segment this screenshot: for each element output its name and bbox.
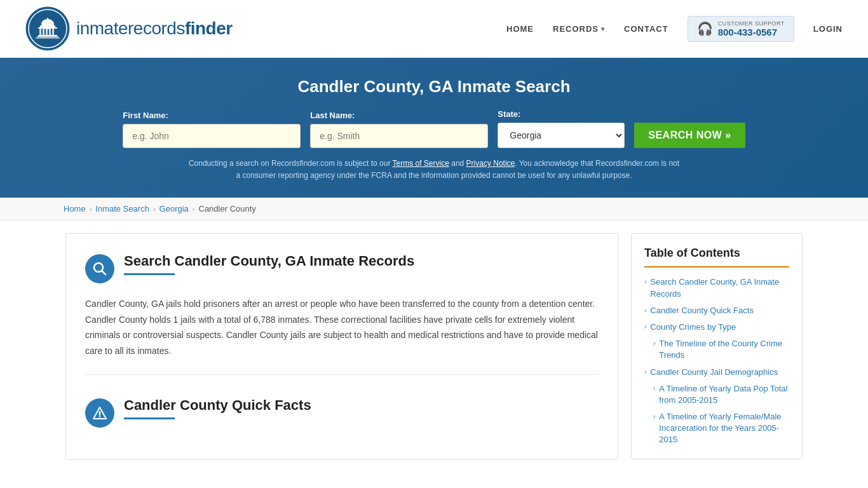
last-name-group: Last Name: (310, 111, 488, 148)
section1-title-block: Search Candler County, GA Inmate Records (124, 253, 414, 275)
svg-rect-3 (43, 24, 52, 25)
search-now-button[interactable]: SEARCH NOW » (634, 123, 745, 148)
state-group: State: Georgia Alabama Alaska Arizona Fl… (498, 109, 625, 148)
svg-rect-5 (38, 27, 57, 29)
section1-body: Candler County, GA jails hold prisoners … (85, 296, 599, 358)
breadcrumb-current: Candler County (199, 204, 256, 214)
svg-rect-13 (37, 36, 58, 37)
search-section-icon (85, 254, 114, 283)
breadcrumb-inmate-search[interactable]: Inmate Search (95, 204, 149, 214)
last-name-label: Last Name: (310, 111, 488, 120)
svg-rect-12 (47, 18, 48, 24)
section2-title-block: Candler County Quick Facts (124, 397, 311, 419)
toc-underline (644, 266, 789, 268)
main-content: Search Candler County, GA Inmate Records… (53, 233, 815, 460)
site-header: inmaterecordsfinder HOME RECORDS ▾ CONTA… (0, 0, 868, 58)
svg-rect-6 (39, 29, 41, 35)
toc-item-5: › A Timeline of Yearly Data Pop Total fr… (653, 383, 789, 406)
toc-title: Table of Contents (644, 247, 789, 260)
toc-link-1[interactable]: Candler County Quick Facts (650, 305, 754, 316)
first-name-input[interactable] (123, 124, 301, 148)
toc-list: › Search Candler County, GA Inmate Recor… (644, 276, 789, 445)
toc-item-0: › Search Candler County, GA Inmate Recor… (644, 276, 789, 299)
records-chevron-icon: ▾ (601, 25, 605, 32)
main-nav: HOME RECORDS ▾ CONTACT 🎧 CUSTOMER SUPPOR… (506, 16, 843, 42)
banner-title: Candler County, GA Inmate Search (25, 77, 843, 97)
toc-link-0[interactable]: Search Candler County, GA Inmate Records (650, 276, 789, 299)
info-section-icon (85, 398, 114, 428)
support-text: CUSTOMER SUPPORT 800-433-0567 (718, 20, 785, 37)
svg-rect-10 (52, 29, 54, 35)
toc-chevron-icon-4: › (644, 369, 646, 376)
breadcrumb-home[interactable]: Home (64, 204, 86, 214)
section-divider (85, 374, 599, 375)
warning-icon (93, 406, 107, 420)
svg-rect-7 (43, 29, 44, 35)
breadcrumb-sep-2: › (153, 205, 156, 213)
customer-support-box: 🎧 CUSTOMER SUPPORT 800-433-0567 (688, 16, 794, 42)
logo-area: inmaterecordsfinder (25, 6, 233, 51)
sidebar: Table of Contents › Search Candler Count… (631, 233, 803, 459)
toc-chevron-icon-6: › (653, 413, 655, 420)
privacy-link[interactable]: Privacy Notice (466, 159, 515, 168)
section1-title: Search Candler County, GA Inmate Records (124, 253, 414, 269)
state-label: State: (498, 109, 625, 119)
nav-records[interactable]: RECORDS ▾ (553, 24, 605, 34)
content-area: Search Candler County, GA Inmate Records… (65, 233, 618, 460)
state-select[interactable]: Georgia Alabama Alaska Arizona Florida N… (498, 123, 625, 148)
toc-item-3: › The Timeline of the County Crime Trend… (653, 338, 789, 361)
toc-chevron-icon-2: › (644, 323, 646, 330)
logo-text: inmaterecordsfinder (76, 18, 233, 39)
toc-chevron-icon-3: › (653, 340, 655, 347)
svg-line-16 (102, 271, 106, 275)
section2-header: Candler County Quick Facts (85, 397, 599, 428)
toc-chevron-icon-1: › (644, 307, 646, 314)
toc-link-5[interactable]: A Timeline of Yearly Data Pop Total from… (659, 383, 789, 406)
search-icon (93, 262, 107, 276)
section2-title: Candler County Quick Facts (124, 397, 311, 414)
section1-header: Search Candler County, GA Inmate Records (85, 253, 599, 283)
nav-contact[interactable]: CONTACT (624, 24, 668, 34)
svg-rect-9 (49, 29, 51, 35)
section1-underline (124, 273, 175, 275)
toc-item-1: › Candler County Quick Facts (644, 305, 789, 316)
toc-link-2[interactable]: County Crimes by Type (650, 322, 736, 333)
first-name-group: First Name: (123, 111, 301, 148)
toc-chevron-icon-5: › (653, 385, 655, 392)
breadcrumb-sep-3: › (193, 205, 195, 213)
svg-rect-11 (38, 35, 57, 36)
breadcrumb: Home › Inmate Search › Georgia › Candler… (0, 198, 868, 220)
tos-link[interactable]: Terms of Service (393, 159, 449, 168)
first-name-label: First Name: (123, 111, 301, 120)
svg-rect-14 (36, 37, 60, 39)
breadcrumb-sep-1: › (90, 205, 92, 213)
section2: Candler County Quick Facts (85, 391, 599, 428)
disclaimer-text: Conducting a search on Recordsfinder.com… (186, 158, 682, 182)
section2-underline (124, 417, 175, 419)
headset-icon: 🎧 (697, 21, 713, 36)
toc-item-6: › A Timeline of Yearly Female/Male Incar… (653, 411, 789, 446)
logo-icon (25, 6, 70, 51)
svg-rect-4 (40, 25, 55, 27)
toc-link-4[interactable]: Candler County Jail Demographics (650, 367, 778, 378)
toc-item-2: › County Crimes by Type (644, 322, 789, 333)
last-name-input[interactable] (310, 124, 488, 148)
toc-link-3[interactable]: The Timeline of the County Crime Trends (659, 338, 789, 361)
toc-item-4: › Candler County Jail Demographics (644, 367, 789, 378)
svg-point-19 (99, 416, 100, 417)
breadcrumb-georgia[interactable]: Georgia (159, 204, 189, 214)
nav-home[interactable]: HOME (506, 24, 534, 34)
toc-chevron-icon-0: › (644, 278, 646, 285)
search-banner: Candler County, GA Inmate Search First N… (0, 58, 868, 198)
svg-rect-8 (46, 29, 48, 35)
search-form: First Name: Last Name: State: Georgia Al… (25, 109, 843, 148)
nav-login[interactable]: LOGIN (813, 24, 843, 34)
toc-link-6[interactable]: A Timeline of Yearly Female/Male Incarce… (659, 411, 789, 446)
